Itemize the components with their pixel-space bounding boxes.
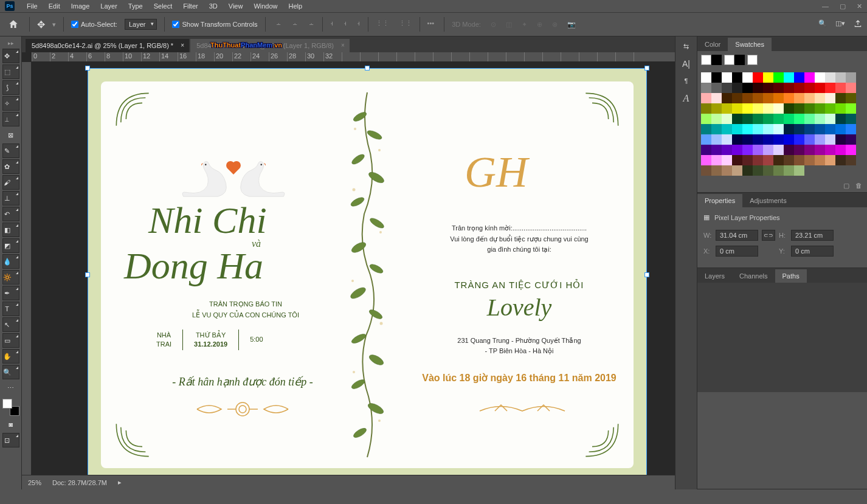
swatch[interactable]: [815, 93, 825, 103]
swatch[interactable]: [742, 145, 753, 155]
status-arrow-icon[interactable]: ▸: [118, 478, 122, 486]
swatch[interactable]: [711, 114, 722, 124]
edit-toolbar-icon[interactable]: ⋯: [2, 381, 19, 395]
swatch[interactable]: [732, 155, 742, 165]
swatch[interactable]: [753, 114, 763, 124]
swatch[interactable]: [794, 103, 804, 114]
blur-tool[interactable]: 💧: [2, 254, 19, 269]
swatch[interactable]: [784, 134, 794, 145]
swatch[interactable]: [784, 72, 794, 83]
character-panel-icon[interactable]: A|: [682, 59, 690, 69]
swatch[interactable]: [711, 103, 722, 114]
swatch[interactable]: [753, 124, 763, 134]
swatch[interactable]: [794, 114, 804, 124]
dodge-tool[interactable]: 🔆: [2, 270, 19, 285]
swatch[interactable]: [763, 114, 773, 124]
swatch[interactable]: [711, 83, 722, 93]
height-input[interactable]: 23.21 cm: [791, 230, 834, 241]
menu-image[interactable]: Image: [66, 1, 95, 11]
swatch[interactable]: [784, 145, 794, 155]
search-icon[interactable]: 🔍: [818, 19, 827, 29]
ruler-horizontal[interactable]: 02468101214161820222426283032: [32, 52, 675, 62]
swatch[interactable]: [825, 145, 835, 155]
swatch[interactable]: [825, 83, 835, 93]
swatch[interactable]: [701, 103, 711, 114]
channels-tab[interactable]: Channels: [732, 269, 775, 283]
minimize-icon[interactable]: —: [822, 2, 829, 10]
swatch[interactable]: [773, 93, 784, 103]
show-transform-checkbox[interactable]: Show Transform Controls: [172, 21, 257, 28]
swatch[interactable]: [804, 72, 815, 83]
lasso-tool[interactable]: ⟆: [2, 80, 19, 95]
auto-select-checkbox[interactable]: Auto-Select:: [71, 21, 117, 28]
swatch[interactable]: [701, 165, 711, 176]
swatch[interactable]: [701, 72, 711, 83]
swatch[interactable]: [722, 145, 732, 155]
eyedropper-tool[interactable]: ✎: [2, 143, 19, 158]
swatch[interactable]: [701, 145, 711, 155]
swatch[interactable]: [825, 103, 835, 114]
close-icon[interactable]: ✕: [857, 2, 862, 10]
swatch[interactable]: [773, 165, 784, 176]
align-icons[interactable]: ⫠⫠⫠ ⫞⫞⫞ ⋮⋮⋮⋮ •••: [273, 17, 437, 32]
swatch[interactable]: [711, 145, 722, 155]
hand-tool[interactable]: ✋: [2, 349, 19, 364]
properties-tab[interactable]: Properties: [697, 194, 742, 207]
swatch[interactable]: [825, 124, 835, 134]
swatch[interactable]: [794, 165, 804, 176]
swatch[interactable]: [846, 114, 856, 124]
type-tool[interactable]: T: [2, 302, 19, 316]
swatch[interactable]: [825, 93, 835, 103]
rectangle-tool[interactable]: ▭: [2, 333, 19, 348]
link-wh-icon[interactable]: ⊂⊃: [762, 230, 775, 241]
home-icon[interactable]: [5, 16, 22, 33]
swatch[interactable]: [701, 124, 711, 134]
swatch[interactable]: [773, 83, 784, 93]
swatch[interactable]: [711, 165, 722, 176]
swatch[interactable]: [722, 124, 732, 134]
swatch[interactable]: [732, 114, 742, 124]
swatch[interactable]: [804, 114, 815, 124]
path-select-tool[interactable]: ↖: [2, 317, 19, 332]
swatch[interactable]: [794, 93, 804, 103]
ruler-vertical[interactable]: [22, 62, 32, 475]
swatch[interactable]: [846, 134, 856, 145]
swatch[interactable]: [846, 103, 856, 114]
swatch[interactable]: [784, 83, 794, 93]
zoom-tool[interactable]: 🔍: [2, 365, 19, 379]
glyphs-panel-icon[interactable]: A: [683, 93, 689, 104]
swatch[interactable]: [846, 155, 856, 165]
artboard[interactable]: Nhi Chi và Dong Ha TRÂN TRỌNG BÁO TINLỄ …: [88, 68, 647, 475]
swatch[interactable]: [722, 103, 732, 114]
maximize-icon[interactable]: ▢: [840, 2, 846, 10]
swatch[interactable]: [846, 83, 856, 93]
swatch[interactable]: [773, 124, 784, 134]
swatch[interactable]: [846, 124, 856, 134]
workspace-icon[interactable]: ◫▾: [835, 19, 845, 29]
swatch[interactable]: [722, 155, 732, 165]
swatch[interactable]: [815, 83, 825, 93]
paths-tab[interactable]: Paths: [775, 269, 807, 283]
swatch[interactable]: [815, 145, 825, 155]
swatch[interactable]: [846, 72, 856, 83]
swatch[interactable]: [784, 103, 794, 114]
swatch[interactable]: [804, 83, 815, 93]
swatch[interactable]: [732, 83, 742, 93]
collapse-icon[interactable]: ▸▸: [7, 39, 15, 47]
swatch[interactable]: [711, 72, 722, 83]
swatch[interactable]: [794, 134, 804, 145]
swatch[interactable]: [784, 124, 794, 134]
swatch[interactable]: [773, 72, 784, 83]
swatch[interactable]: [784, 93, 794, 103]
eraser-tool[interactable]: ◧: [2, 223, 19, 237]
magic-wand-tool[interactable]: ✧: [2, 96, 19, 111]
swatch[interactable]: [815, 134, 825, 145]
swatch[interactable]: [794, 72, 804, 83]
swatch[interactable]: [742, 83, 753, 93]
swatch[interactable]: [742, 114, 753, 124]
swatch[interactable]: [763, 72, 773, 83]
swatch[interactable]: [742, 124, 753, 134]
swatch[interactable]: [835, 134, 846, 145]
y-input[interactable]: 0 cm: [791, 246, 834, 257]
swatch[interactable]: [784, 114, 794, 124]
